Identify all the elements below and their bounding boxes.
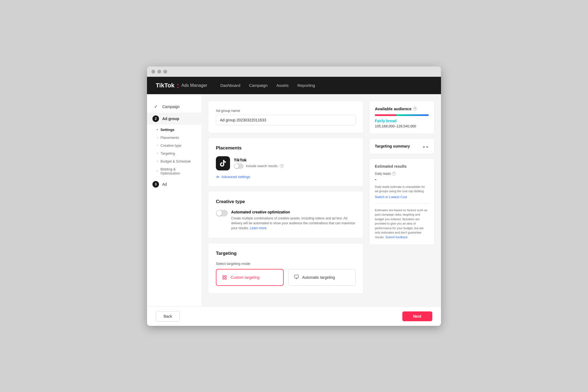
main-content: Ad group name Placements TikTok bbox=[208, 101, 364, 300]
browser-window: TikTok: Ads Manager Dashboard Campaign A… bbox=[147, 66, 441, 326]
daily-leads-label: Daily leads ? bbox=[375, 172, 429, 176]
creative-type-title: Creative type bbox=[216, 199, 356, 204]
estimates-note: Estimates are based on factors such as p… bbox=[375, 208, 429, 240]
include-search-label: Include search results bbox=[246, 164, 278, 168]
sidebar-item-adgroup[interactable]: 2 Ad group bbox=[147, 113, 201, 125]
creative-row: Automated creative optimization Create m… bbox=[216, 210, 356, 231]
sidebar-sub-label-targeting: Targeting bbox=[161, 151, 175, 155]
nav-item-assets[interactable]: Assets bbox=[276, 83, 289, 88]
targeting-summary-card: Targeting summary ⌄⌄ bbox=[369, 138, 434, 154]
daily-leads-value: - bbox=[375, 177, 429, 182]
targeting-summary-title: Targeting summary bbox=[375, 144, 410, 148]
sidebar-sub-label-settings: Settings bbox=[161, 128, 174, 132]
creative-description: Create multiple combinations of creative… bbox=[231, 216, 356, 231]
tiktok-app-icon bbox=[216, 156, 230, 170]
logo-tiktok-text: TikTok bbox=[156, 82, 174, 89]
content-area: Ad group name Placements TikTok bbox=[201, 94, 441, 307]
logo-dot: : bbox=[177, 82, 179, 89]
tiktok-toggle-row: Include search results ? bbox=[234, 163, 284, 169]
include-search-info-icon[interactable]: ? bbox=[280, 164, 284, 168]
sidebar-sub-bidding[interactable]: Bidding & Optimization bbox=[147, 165, 201, 177]
automatic-targeting-icon bbox=[294, 274, 299, 280]
ad-group-name-card: Ad group name bbox=[208, 101, 364, 133]
nav-links: Dashboard Campaign Assets Reporting bbox=[220, 83, 315, 88]
available-audience-card: Available audience ? Fairly broad 105,16… bbox=[369, 101, 434, 134]
svg-rect-0 bbox=[223, 275, 224, 277]
estimated-results-card: Estimated results Daily leads ? - Daily … bbox=[369, 158, 434, 245]
automatic-targeting-label: Automatic targeting bbox=[302, 275, 335, 280]
daily-leads-note: Daily leads estimate is unavailable for … bbox=[375, 185, 429, 194]
logo-ads-text: Ads Manager bbox=[181, 83, 207, 88]
sidebar-sub-menu: Settings Placements Creative type Target… bbox=[147, 125, 201, 178]
ad-group-name-label: Ad group name bbox=[216, 109, 356, 113]
daily-leads-info-icon[interactable]: ? bbox=[392, 172, 396, 176]
svg-rect-2 bbox=[223, 278, 224, 279]
bottom-bar: Back Next bbox=[147, 307, 441, 326]
creative-optimization-toggle[interactable] bbox=[216, 210, 228, 216]
targeting-card: Targeting Select targeting mode bbox=[208, 243, 364, 294]
custom-targeting-option[interactable]: Custom targeting bbox=[216, 269, 284, 286]
nav-item-dashboard[interactable]: Dashboard bbox=[220, 83, 240, 88]
tiktok-placement-info: TikTok Include search results ? bbox=[234, 158, 284, 169]
advanced-settings-chevron: ≫ bbox=[216, 175, 220, 179]
custom-targeting-icon bbox=[222, 275, 227, 280]
sidebar-item-campaign[interactable]: ✓ Campaign bbox=[147, 101, 201, 113]
automatic-targeting-option[interactable]: Automatic targeting bbox=[288, 269, 356, 286]
available-audience-title: Available audience ? bbox=[375, 106, 429, 111]
sidebar-sub-targeting[interactable]: Targeting bbox=[147, 149, 201, 157]
sidebar-sub-settings[interactable]: Settings bbox=[147, 126, 201, 134]
estimated-results-title: Estimated results bbox=[375, 164, 429, 169]
separator bbox=[375, 203, 429, 204]
available-audience-info-icon[interactable]: ? bbox=[413, 107, 417, 111]
sidebar-sub-budget-schedule[interactable]: Budget & Schedule bbox=[147, 157, 201, 165]
targeting-options: Custom targeting Au bbox=[216, 269, 356, 286]
sidebar-item-label-campaign: Campaign bbox=[162, 105, 180, 109]
svg-rect-1 bbox=[225, 275, 226, 277]
main-layout: ✓ Campaign 2 Ad group Settings Placement… bbox=[147, 94, 441, 307]
browser-chrome bbox=[147, 66, 441, 77]
targeting-summary-header[interactable]: Targeting summary ⌄⌄ bbox=[375, 144, 429, 148]
sidebar-item-label-ad: Ad bbox=[162, 182, 167, 186]
submit-feedback-link[interactable]: Submit feedback bbox=[385, 235, 408, 239]
estimates-note-text: Estimates are based on factors such as p… bbox=[375, 209, 427, 239]
targeting-title: Targeting bbox=[216, 251, 356, 256]
tiktok-placement-name: TikTok bbox=[234, 158, 284, 162]
switch-to-lowest-cost-link[interactable]: Switch to Lowest Cost bbox=[375, 195, 429, 199]
sidebar-sub-creative-type[interactable]: Creative type bbox=[147, 142, 201, 149]
nav-link-campaign[interactable]: Campaign bbox=[249, 83, 268, 88]
advanced-settings-link[interactable]: ≫ Advanced settings bbox=[216, 175, 356, 179]
audience-breadth-label: Fairly broad bbox=[375, 119, 429, 123]
creative-type-card: Creative type Automated creative optimiz… bbox=[208, 191, 364, 238]
placements-card: Placements TikTok Include search results bbox=[208, 137, 364, 187]
sidebar-sub-placements[interactable]: Placements bbox=[147, 134, 201, 142]
creative-learn-more-link[interactable]: Learn more bbox=[250, 226, 267, 230]
daily-leads-text: Daily leads bbox=[375, 172, 391, 176]
nav-link-assets[interactable]: Assets bbox=[276, 83, 289, 88]
audience-breadth-bar bbox=[375, 114, 429, 116]
audience-range-value: 105,168,000–128,540,000 bbox=[375, 124, 429, 128]
targeting-summary-chevron: ⌄⌄ bbox=[422, 144, 429, 148]
logo: TikTok: Ads Manager bbox=[156, 82, 207, 89]
nav-link-reporting[interactable]: Reporting bbox=[297, 83, 315, 88]
svg-rect-4 bbox=[295, 275, 299, 278]
next-button[interactable]: Next bbox=[402, 311, 432, 321]
top-nav: TikTok: Ads Manager Dashboard Campaign A… bbox=[147, 77, 441, 94]
nav-link-dashboard[interactable]: Dashboard bbox=[220, 83, 240, 88]
custom-targeting-label: Custom targeting bbox=[231, 275, 260, 280]
include-search-toggle[interactable] bbox=[234, 163, 244, 169]
nav-item-campaign[interactable]: Campaign bbox=[249, 83, 268, 88]
step-number-ad: 3 bbox=[152, 181, 159, 188]
sidebar-sub-label-budget-schedule: Budget & Schedule bbox=[161, 159, 191, 163]
advanced-settings-label: Advanced settings bbox=[221, 175, 250, 179]
check-icon: ✓ bbox=[152, 103, 159, 110]
sidebar-item-ad[interactable]: 3 Ad bbox=[147, 178, 201, 190]
placements-title: Placements bbox=[216, 145, 356, 151]
nav-item-reporting[interactable]: Reporting bbox=[297, 83, 315, 88]
back-button[interactable]: Back bbox=[156, 311, 180, 321]
ad-group-name-input[interactable] bbox=[216, 115, 356, 125]
tiktok-placement-item: TikTok Include search results ? bbox=[216, 156, 356, 170]
traffic-light-minimize bbox=[157, 70, 161, 74]
available-audience-label: Available audience bbox=[375, 106, 412, 111]
sidebar-sub-label-creative-type: Creative type bbox=[161, 143, 182, 148]
traffic-light-close bbox=[151, 70, 155, 74]
